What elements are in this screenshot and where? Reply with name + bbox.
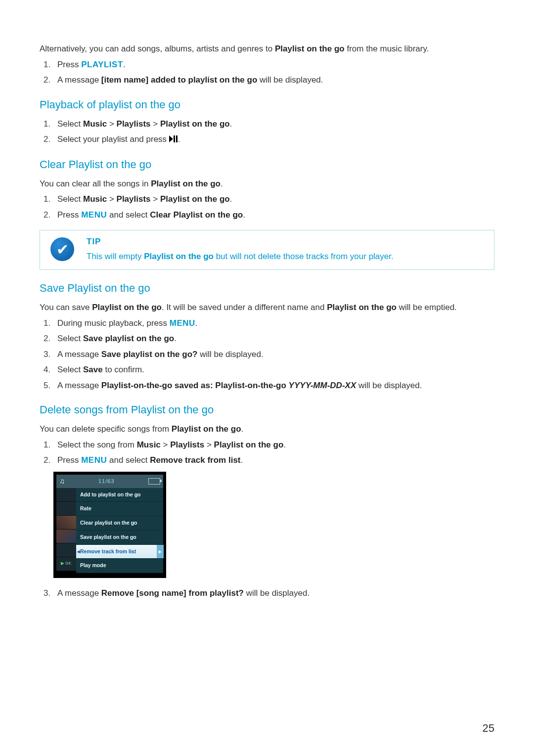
step-1: Select Music > Playlists > Playlist on t… (40, 193, 494, 206)
menu-key: MENU (81, 210, 107, 220)
step-1: Select the song from Music > Playlists >… (40, 439, 494, 451)
text: from the music library. (345, 44, 429, 53)
time-indicator: ▶ 04: (56, 557, 76, 571)
tip-body: TIP This will empty Playlist on the go b… (85, 230, 494, 269)
text: Alternatively, you can add songs, albums… (40, 44, 275, 53)
menu-item-add[interactable]: Add to playlist on the go (76, 488, 163, 502)
intro-paragraph: Alternatively, you can add songs, albums… (40, 43, 494, 55)
chevron-right-icon: ▸ (157, 545, 164, 559)
device-statusbar: ♫ 11/63 (56, 475, 163, 488)
clear-intro: You can clear all the songs in Playlist … (40, 178, 494, 190)
menu-item-rate[interactable]: Rate (76, 502, 163, 516)
svg-rect-1 (174, 135, 175, 142)
step-5: A message Playlist-on-the-go saved as: P… (40, 379, 494, 392)
thumb (56, 543, 76, 557)
step-2: Press MENU and select Remove track from … (40, 454, 494, 467)
play-pause-icon (169, 133, 178, 146)
thumb (56, 530, 76, 543)
thumb (56, 516, 76, 530)
checkmark-icon: ✔ (50, 237, 74, 261)
menu-item-playmode[interactable]: Play mode (76, 559, 163, 573)
save-intro: You can save Playlist on the go. It will… (40, 301, 494, 314)
tip-label: TIP (87, 235, 487, 248)
thumb (56, 488, 76, 502)
step-1: Press PLAYLIST. (40, 58, 494, 71)
tip-text: This will empty Playlist on the go but w… (87, 250, 487, 263)
battery-icon (148, 478, 160, 485)
step-1: During music playback, press MENU. (40, 317, 494, 330)
delete-steps-cont: A message Remove [song name] from playli… (40, 587, 494, 600)
playlist-key: PLAYLIST (81, 60, 123, 69)
heading-save: Save Playlist on the go (40, 280, 494, 296)
page-number: 25 (483, 720, 494, 736)
heading-delete: Delete songs from Playlist on the go (40, 401, 494, 418)
delete-intro: You can delete specific songs from Playl… (40, 423, 494, 436)
save-steps: During music playback, press MENU. Selec… (40, 317, 494, 392)
menu-item-save[interactable]: Save playlist on the go (76, 531, 163, 545)
intro-steps: Press PLAYLIST. A message [item name] ad… (40, 58, 494, 87)
heading-clear: Clear Playlist on the go (40, 156, 494, 173)
text-bold: Playlist on the go (275, 44, 345, 53)
step-2: Select your playlist and press . (40, 133, 494, 146)
tip-icon-wrap: ✔ (40, 230, 85, 261)
thumb (56, 502, 76, 516)
music-note-icon: ♫ (59, 476, 65, 487)
heading-playback: Playback of playlist on the go (40, 96, 494, 113)
step-2: Select Save playlist on the go. (40, 332, 494, 345)
device-screenshot: ♫ 11/63 ▶ 04: Add to playlist on the go … (53, 472, 166, 578)
step-4: Select Save to confirm. (40, 363, 494, 376)
track-counter: 11/63 (98, 477, 115, 486)
svg-rect-2 (176, 135, 178, 142)
playback-steps: Select Music > Playlists > Playlist on t… (40, 118, 494, 146)
step-1: Select Music > Playlists > Playlist on t… (40, 118, 494, 131)
menu-key: MENU (81, 455, 107, 465)
device-menu: Add to playlist on the go Rate Clear pla… (76, 488, 163, 574)
delete-steps: Select the song from Music > Playlists >… (40, 439, 494, 467)
svg-marker-0 (169, 135, 173, 142)
clear-steps: Select Music > Playlists > Playlist on t… (40, 193, 494, 221)
tip-box: ✔ TIP This will empty Playlist on the go… (40, 230, 494, 270)
step-2: A message [item name] added to playlist … (40, 74, 494, 87)
menu-item-remove-selected[interactable]: Remove track from list ▸ (76, 545, 163, 559)
menu-item-clear[interactable]: Clear playlist on the go (76, 516, 163, 531)
step-3: A message Save playlist on the go? will … (40, 348, 494, 361)
device-thumbnails: ▶ 04: (56, 488, 76, 574)
step-2: Press MENU and select Clear Playlist on … (40, 209, 494, 222)
menu-key: MENU (170, 318, 195, 328)
step-3: A message Remove [song name] from playli… (40, 587, 494, 600)
